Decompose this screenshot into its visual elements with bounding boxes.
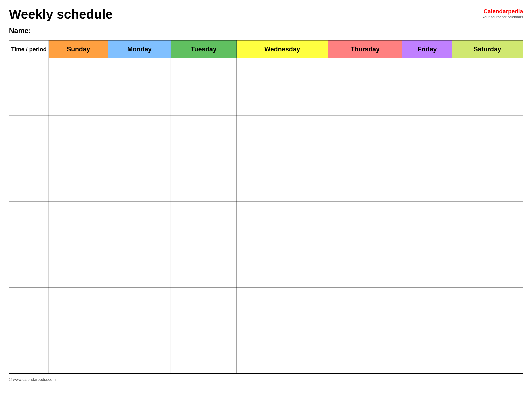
table-cell[interactable] xyxy=(108,116,171,144)
table-cell[interactable] xyxy=(171,316,236,345)
table-cell[interactable] xyxy=(452,58,523,87)
table-cell[interactable] xyxy=(9,116,48,144)
table-cell[interactable] xyxy=(171,259,236,288)
table-cell[interactable] xyxy=(171,288,236,316)
table-row xyxy=(9,288,523,316)
table-cell[interactable] xyxy=(48,116,108,144)
table-cell[interactable] xyxy=(402,144,452,173)
table-cell[interactable] xyxy=(171,345,236,374)
table-cell[interactable] xyxy=(452,259,523,288)
table-cell[interactable] xyxy=(328,116,402,144)
table-cell[interactable] xyxy=(108,288,171,316)
table-cell[interactable] xyxy=(452,345,523,374)
table-cell[interactable] xyxy=(9,202,48,230)
table-cell[interactable] xyxy=(402,87,452,116)
table-cell[interactable] xyxy=(48,144,108,173)
footer-url: © www.calendarpedia.com xyxy=(9,377,56,382)
table-cell[interactable] xyxy=(48,87,108,116)
table-cell[interactable] xyxy=(452,202,523,230)
table-cell[interactable] xyxy=(108,87,171,116)
table-cell[interactable] xyxy=(48,58,108,87)
table-cell[interactable] xyxy=(48,345,108,374)
table-cell[interactable] xyxy=(402,230,452,259)
table-cell[interactable] xyxy=(9,259,48,288)
table-cell[interactable] xyxy=(9,345,48,374)
table-cell[interactable] xyxy=(328,58,402,87)
col-header-friday: Friday xyxy=(402,40,452,58)
brand-logo: Calendarpedia Your source for calendars xyxy=(482,8,523,19)
table-cell[interactable] xyxy=(9,58,48,87)
table-row xyxy=(9,116,523,144)
table-cell[interactable] xyxy=(328,345,402,374)
col-header-wednesday: Wednesday xyxy=(236,40,328,58)
table-cell[interactable] xyxy=(328,202,402,230)
table-cell[interactable] xyxy=(48,202,108,230)
table-cell[interactable] xyxy=(328,230,402,259)
table-cell[interactable] xyxy=(452,316,523,345)
table-cell[interactable] xyxy=(328,316,402,345)
table-cell[interactable] xyxy=(48,288,108,316)
table-cell[interactable] xyxy=(328,144,402,173)
table-cell[interactable] xyxy=(171,116,236,144)
table-cell[interactable] xyxy=(236,259,328,288)
col-header-saturday: Saturday xyxy=(452,40,523,58)
table-cell[interactable] xyxy=(236,58,328,87)
table-row xyxy=(9,345,523,374)
table-cell[interactable] xyxy=(9,173,48,202)
table-cell[interactable] xyxy=(236,87,328,116)
table-cell[interactable] xyxy=(402,202,452,230)
table-cell[interactable] xyxy=(108,144,171,173)
table-row xyxy=(9,173,523,202)
table-cell[interactable] xyxy=(48,173,108,202)
table-cell[interactable] xyxy=(402,345,452,374)
table-cell[interactable] xyxy=(402,58,452,87)
table-cell[interactable] xyxy=(171,87,236,116)
table-cell[interactable] xyxy=(9,288,48,316)
table-cell[interactable] xyxy=(452,230,523,259)
table-cell[interactable] xyxy=(108,202,171,230)
table-cell[interactable] xyxy=(108,345,171,374)
table-cell[interactable] xyxy=(171,230,236,259)
table-cell[interactable] xyxy=(236,288,328,316)
table-cell[interactable] xyxy=(48,316,108,345)
table-cell[interactable] xyxy=(236,202,328,230)
table-cell[interactable] xyxy=(402,173,452,202)
table-cell[interactable] xyxy=(328,173,402,202)
table-cell[interactable] xyxy=(9,144,48,173)
brand-name-calendar: Calendar xyxy=(484,8,508,15)
table-cell[interactable] xyxy=(171,58,236,87)
table-cell[interactable] xyxy=(9,87,48,116)
table-cell[interactable] xyxy=(328,259,402,288)
table-cell[interactable] xyxy=(171,144,236,173)
table-cell[interactable] xyxy=(236,230,328,259)
table-cell[interactable] xyxy=(48,259,108,288)
table-cell[interactable] xyxy=(171,173,236,202)
table-cell[interactable] xyxy=(9,230,48,259)
table-cell[interactable] xyxy=(402,316,452,345)
table-cell[interactable] xyxy=(108,230,171,259)
table-cell[interactable] xyxy=(402,288,452,316)
table-cell[interactable] xyxy=(171,202,236,230)
table-cell[interactable] xyxy=(236,345,328,374)
table-cell[interactable] xyxy=(48,230,108,259)
table-cell[interactable] xyxy=(328,288,402,316)
page-header: Weekly schedule Calendarpedia Your sourc… xyxy=(9,7,523,21)
table-cell[interactable] xyxy=(236,144,328,173)
table-cell[interactable] xyxy=(236,316,328,345)
table-cell[interactable] xyxy=(9,316,48,345)
table-cell[interactable] xyxy=(402,259,452,288)
table-cell[interactable] xyxy=(108,259,171,288)
table-cell[interactable] xyxy=(328,87,402,116)
table-cell[interactable] xyxy=(452,87,523,116)
table-cell[interactable] xyxy=(452,288,523,316)
table-cell[interactable] xyxy=(108,173,171,202)
table-cell[interactable] xyxy=(108,316,171,345)
page-title: Weekly schedule xyxy=(9,7,113,21)
table-cell[interactable] xyxy=(452,116,523,144)
table-cell[interactable] xyxy=(236,173,328,202)
table-cell[interactable] xyxy=(402,116,452,144)
table-cell[interactable] xyxy=(108,58,171,87)
table-cell[interactable] xyxy=(236,116,328,144)
table-cell[interactable] xyxy=(452,144,523,173)
table-cell[interactable] xyxy=(452,173,523,202)
